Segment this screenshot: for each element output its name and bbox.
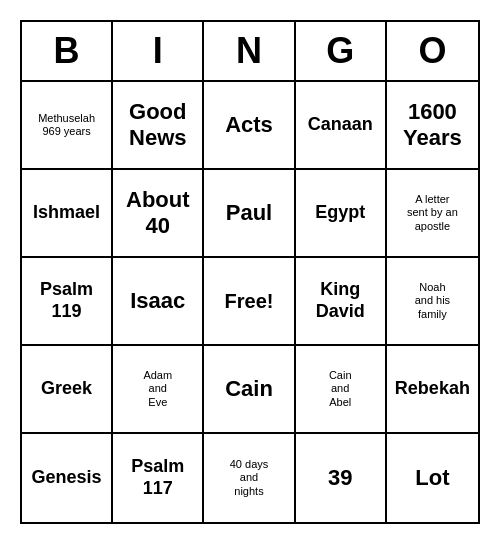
bingo-card: BINGO Methuselah 969 yearsGood NewsActsC… [20,20,480,524]
bingo-cell: Ishmael [22,170,113,258]
bingo-header-letter: I [113,22,204,80]
bingo-cell: 39 [296,434,387,522]
bingo-cell: Paul [204,170,295,258]
bingo-cell: Good News [113,82,204,170]
bingo-header-letter: B [22,22,113,80]
bingo-cell: Rebekah [387,346,478,434]
bingo-cell: Acts [204,82,295,170]
bingo-cell: Greek [22,346,113,434]
bingo-header: BINGO [22,22,478,82]
bingo-cell: Canaan [296,82,387,170]
bingo-cell: Noah and his family [387,258,478,346]
bingo-cell: Psalm 119 [22,258,113,346]
bingo-cell: Isaac [113,258,204,346]
bingo-cell: 40 days and nights [204,434,295,522]
bingo-cell: About 40 [113,170,204,258]
bingo-header-letter: G [296,22,387,80]
bingo-cell: Genesis [22,434,113,522]
bingo-cell: A letter sent by an apostle [387,170,478,258]
bingo-cell: Cain [204,346,295,434]
bingo-cell: 1600 Years [387,82,478,170]
bingo-cell: Psalm 117 [113,434,204,522]
bingo-cell: Free! [204,258,295,346]
bingo-cell: King David [296,258,387,346]
bingo-cell: Lot [387,434,478,522]
bingo-grid: Methuselah 969 yearsGood NewsActsCanaan1… [22,82,478,522]
bingo-cell: Adam and Eve [113,346,204,434]
bingo-cell: Egypt [296,170,387,258]
bingo-header-letter: O [387,22,478,80]
bingo-cell: Cain and Abel [296,346,387,434]
bingo-header-letter: N [204,22,295,80]
bingo-cell: Methuselah 969 years [22,82,113,170]
